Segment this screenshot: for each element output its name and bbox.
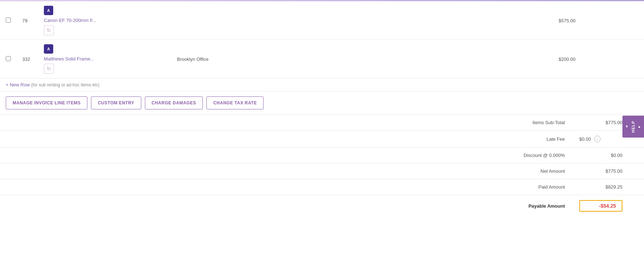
payable-amount-value: -$54.25 [599, 203, 616, 209]
discount-row: Discount @ 0.000% $0.00 [0, 148, 644, 163]
table-row: 79 A Canon EF 70-200mm f/... ↻ $575.00 [0, 1, 644, 40]
table-row: 332 A Matthews Solid Frame... ↻ Brooklyn… [0, 40, 644, 78]
avatar-0: A [44, 6, 53, 15]
help-arrow-down: ▼ [625, 125, 629, 128]
net-amount-label: Net Amount [493, 168, 565, 174]
row-price-0: $575.00 [426, 1, 581, 40]
new-row-section: + New Row (for sub renting or ad-hoc ite… [0, 78, 644, 91]
row-id-0: 79 [17, 1, 38, 40]
net-amount-value: $775.00 [579, 168, 622, 174]
row-checkbox-1[interactable] [6, 56, 11, 61]
late-fee-value-wrapper: $0.00 i [579, 136, 622, 142]
paid-amount-row: Paid Amount $829.25 [0, 179, 644, 195]
help-label: HELP [631, 121, 635, 132]
row-item-0: A Canon EF 70-200mm f/... ↻ [38, 1, 139, 40]
items-subtotal-value: $775.00 [579, 120, 622, 125]
refresh-icon-1[interactable]: ↻ [44, 64, 54, 74]
item-name-0[interactable]: Canon EF 70-200mm f/... [44, 17, 133, 24]
items-subtotal-label: Items Sub-Total [493, 120, 565, 125]
invoice-table: 79 A Canon EF 70-200mm f/... ↻ $575.00 3… [0, 1, 644, 78]
new-row-hint: (for sub renting or ad-hoc items etc) [31, 82, 99, 87]
summary-section: Items Sub-Total $775.00 Late Fee $0.00 i… [0, 115, 644, 217]
row-location-0 [139, 1, 247, 40]
action-btn-charge-damages[interactable]: CHARGE DAMAGES [145, 96, 203, 109]
paid-amount-label: Paid Amount [493, 184, 565, 190]
row-price-1: $200.00 [426, 40, 581, 78]
help-arrow-up: ▲ [638, 125, 641, 128]
refresh-icon-0[interactable]: ↻ [44, 25, 54, 35]
row-item-1: A Matthews Solid Frame... ↻ [38, 40, 139, 78]
row-checkbox-0[interactable] [6, 18, 11, 23]
payable-amount-row: Payable Amount -$54.25 [0, 195, 644, 217]
items-subtotal-row: Items Sub-Total $775.00 [0, 115, 644, 131]
action-buttons-section: MANAGE INVOICE LINE ITEMSCUSTOM ENTRYCHA… [0, 91, 644, 115]
action-btn-custom-entry[interactable]: CUSTOM ENTRY [91, 96, 141, 109]
payable-amount-wrapper: -$54.25 [579, 200, 622, 212]
help-tab[interactable]: ▲ HELP ▼ [622, 116, 644, 137]
item-name-1[interactable]: Matthews Solid Frame... [44, 56, 133, 62]
net-amount-row: Net Amount $775.00 [0, 163, 644, 179]
row-id-1: 332 [17, 40, 38, 78]
late-fee-row: Late Fee $0.00 i [0, 131, 644, 148]
payable-amount-label: Payable Amount [493, 203, 565, 209]
discount-value: $0.00 [579, 153, 622, 158]
late-fee-info-icon[interactable]: i [594, 136, 600, 142]
late-fee-value: $0.00 [579, 136, 591, 142]
discount-label: Discount @ 0.000% [493, 153, 565, 158]
late-fee-label: Late Fee [493, 136, 565, 142]
row-location-1: Brooklyn Office [139, 40, 247, 78]
paid-amount-value: $829.25 [579, 184, 622, 190]
main-container: 79 A Canon EF 70-200mm f/... ↻ $575.00 3… [0, 0, 644, 253]
new-row-link[interactable]: + New Row [6, 82, 30, 87]
action-btn-manage-invoice-line-items[interactable]: MANAGE INVOICE LINE ITEMS [6, 96, 87, 109]
action-btn-change-tax-rate[interactable]: CHANGE TAX RATE [206, 96, 264, 109]
avatar-1: A [44, 44, 53, 54]
